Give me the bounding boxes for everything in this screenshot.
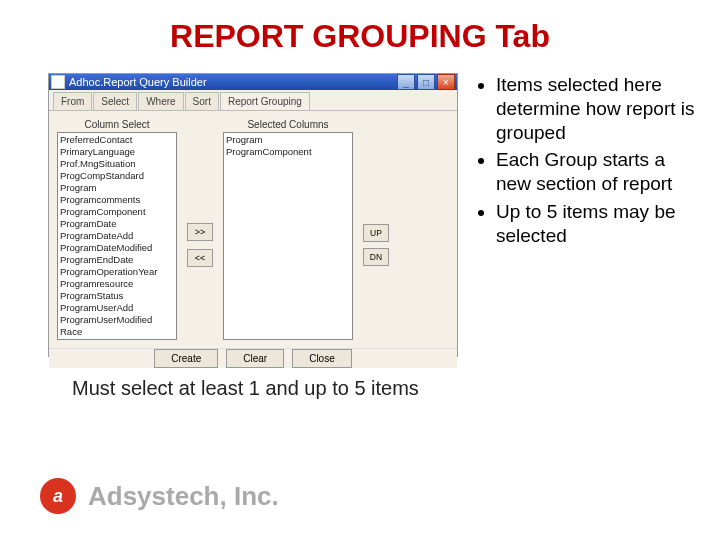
maximize-button[interactable]: □	[417, 74, 435, 90]
list-item[interactable]: Prof.MngSituation	[58, 158, 176, 170]
app-window: Adhoc.Report Query Builder _ □ × From Se…	[48, 73, 458, 357]
list-item[interactable]: Programresource	[58, 278, 176, 290]
move-left-button[interactable]: <<	[187, 249, 213, 267]
list-item[interactable]: ProgramDateModified	[58, 242, 176, 254]
footer: a Adsystech, Inc.	[40, 478, 279, 514]
list-item[interactable]: ProgramEndDate	[58, 254, 176, 266]
list-item[interactable]: ProgCompStandard	[58, 170, 176, 182]
move-down-button[interactable]: DN	[363, 248, 389, 266]
window-title: Adhoc.Report Query Builder	[69, 76, 395, 88]
list-item[interactable]: ProgramComponent	[224, 146, 352, 158]
list-item[interactable]: ProgramDateAdd	[58, 230, 176, 242]
window-close-button[interactable]: ×	[437, 74, 455, 90]
list-item[interactable]: ProgramDate	[58, 218, 176, 230]
list-item[interactable]: ProgramComponent	[58, 206, 176, 218]
tab-select[interactable]: Select	[93, 92, 137, 110]
list-item[interactable]: Programcomments	[58, 194, 176, 206]
list-item[interactable]: Program	[58, 182, 176, 194]
bullet-item: Each Group starts a new section of repor…	[496, 148, 696, 196]
list-item[interactable]: ProgramStatus	[58, 290, 176, 302]
tab-strip: From Select Where Sort Report Grouping	[49, 90, 457, 111]
column-select-label: Column Select	[57, 119, 177, 130]
list-item[interactable]: Race	[58, 326, 176, 338]
close-button[interactable]: Close	[292, 349, 352, 368]
list-item[interactable]: ProgramUserModified	[58, 314, 176, 326]
list-item[interactable]: Program	[224, 134, 352, 146]
move-up-button[interactable]: UP	[363, 224, 389, 242]
tab-report-grouping[interactable]: Report Grouping	[220, 92, 310, 110]
list-item[interactable]: PreferredContact	[58, 134, 176, 146]
available-columns-list[interactable]: PreferredContact PrimaryLanguage Prof.Mn…	[57, 132, 177, 340]
minimize-button[interactable]: _	[397, 74, 415, 90]
list-item[interactable]: PrimaryLanguage	[58, 146, 176, 158]
slide-title: REPORT GROUPING Tab	[0, 18, 720, 55]
company-logo-icon: a	[40, 478, 76, 514]
list-item[interactable]: ProgramOperationYear	[58, 266, 176, 278]
clear-button[interactable]: Clear	[226, 349, 284, 368]
create-button[interactable]: Create	[154, 349, 218, 368]
tab-sort[interactable]: Sort	[185, 92, 219, 110]
tab-from[interactable]: From	[53, 92, 92, 110]
move-right-button[interactable]: >>	[187, 223, 213, 241]
selected-columns-label: Selected Columns	[223, 119, 353, 130]
selected-columns-list[interactable]: Program ProgramComponent	[223, 132, 353, 340]
bullet-list: Items selected here determine how report…	[458, 73, 696, 251]
bullet-item: Items selected here determine how report…	[496, 73, 696, 144]
list-item[interactable]: ProgramUserAdd	[58, 302, 176, 314]
app-icon	[51, 75, 65, 89]
caption-text: Must select at least 1 and up to 5 items	[72, 377, 720, 400]
company-name: Adsystech, Inc.	[88, 481, 279, 512]
titlebar: Adhoc.Report Query Builder _ □ ×	[49, 74, 457, 90]
tab-where[interactable]: Where	[138, 92, 183, 110]
bullet-item: Up to 5 items may be selected	[496, 200, 696, 248]
